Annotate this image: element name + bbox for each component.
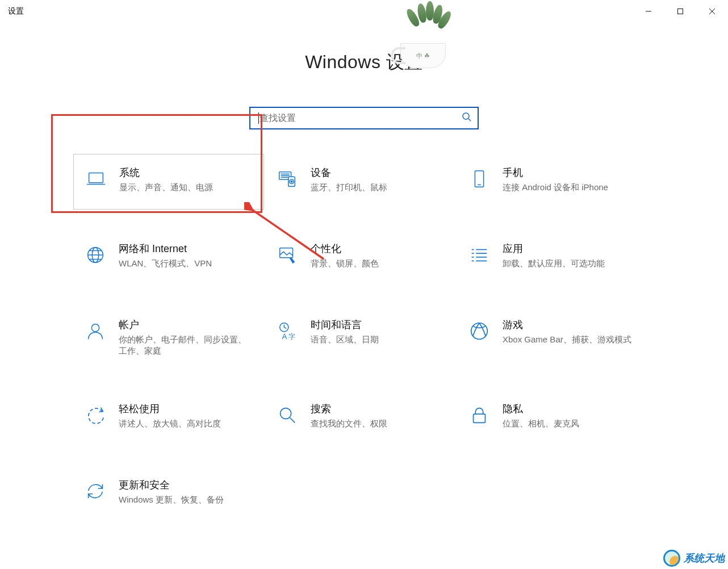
svg-point-37 [471, 323, 488, 340]
privacy-icon [467, 403, 491, 427]
tile-desc: 背景、锁屏、颜色 [311, 258, 379, 269]
tile-title: 隐私 [503, 403, 579, 416]
minimize-button[interactable] [633, 0, 664, 23]
tile-time-language[interactable]: A 字 时间和语言 语音、区域、日期 [272, 316, 456, 360]
search-circle-icon [275, 403, 299, 427]
tile-title: 网络和 Internet [119, 243, 212, 256]
phone-icon [467, 167, 491, 191]
tile-title: 游戏 [503, 319, 631, 332]
svg-rect-1 [678, 9, 683, 14]
tile-desc: 位置、相机、麦克风 [503, 418, 579, 429]
tile-title: 搜索 [311, 403, 387, 416]
svg-line-34 [284, 327, 286, 328]
tile-apps[interactable]: 应用 卸载、默认应用、可选功能 [464, 240, 648, 276]
close-icon [709, 8, 716, 15]
tile-title: 帐户 [119, 319, 249, 332]
tile-desc: 连接 Android 设备和 iPhone [503, 182, 608, 193]
tile-network[interactable]: 网络和 Internet WLAN、飞行模式、VPN [80, 240, 264, 276]
paint-icon [275, 243, 299, 267]
tile-title: 设备 [311, 167, 387, 179]
devices-icon [275, 167, 299, 191]
svg-text:字: 字 [288, 333, 295, 341]
apps-icon [467, 243, 491, 267]
tile-title: 个性化 [311, 243, 379, 256]
laptop-icon [84, 167, 108, 191]
watermark: 系统天地 [660, 547, 728, 569]
tile-title: 轻松使用 [119, 403, 221, 416]
tile-title: 应用 [503, 243, 605, 256]
svg-rect-6 [89, 173, 103, 183]
window-title: 设置 [8, 6, 24, 16]
tile-title: 更新和安全 [119, 479, 224, 492]
settings-grid: 系统 显示、声音、通知、电源 设备 蓝牙、打印机、鼠标 手机 连接 Androi… [80, 164, 648, 512]
window-controls [633, 0, 728, 23]
tile-search[interactable]: 搜索 查找我的文件、权限 [272, 400, 456, 436]
minimize-icon [645, 8, 652, 15]
svg-line-5 [468, 119, 471, 121]
maximize-icon [677, 8, 684, 15]
tile-accounts[interactable]: 帐户 你的帐户、电子邮件、同步设置、工作、家庭 [80, 316, 264, 360]
account-icon [83, 319, 107, 343]
tile-phone[interactable]: 手机 连接 Android 设备和 iPhone [464, 164, 648, 200]
time-language-icon: A 字 [275, 319, 299, 343]
tile-title: 时间和语言 [311, 319, 379, 332]
svg-rect-40 [474, 414, 486, 422]
update-icon [83, 479, 107, 503]
maximize-button[interactable] [664, 0, 696, 23]
tile-update-security[interactable]: 更新和安全 Windows 更新、恢复、备份 [80, 476, 264, 512]
gaming-icon [467, 319, 491, 343]
tile-desc: Windows 更新、恢复、备份 [119, 494, 224, 505]
tile-devices[interactable]: 设备 蓝牙、打印机、鼠标 [272, 164, 456, 200]
svg-text:A: A [282, 332, 287, 341]
tile-desc: 蓝牙、打印机、鼠标 [311, 182, 387, 193]
tile-desc: 讲述人、放大镜、高对比度 [119, 418, 221, 429]
search-box[interactable] [249, 107, 479, 129]
svg-point-31 [91, 324, 99, 332]
svg-point-38 [281, 408, 291, 419]
tile-title: 系统 [119, 167, 213, 179]
title-bar: 设置 [0, 0, 728, 23]
tile-desc: 卸载、默认应用、可选功能 [503, 258, 605, 269]
tile-gaming[interactable]: 游戏 Xbox Game Bar、捕获、游戏模式 [464, 316, 648, 360]
tile-desc: 语音、区域、日期 [311, 334, 379, 345]
search-wrap [0, 107, 728, 129]
search-input[interactable] [258, 112, 462, 124]
svg-point-14 [291, 181, 292, 182]
tile-title: 手机 [503, 167, 608, 179]
tile-ease-of-access[interactable]: 轻松使用 讲述人、放大镜、高对比度 [80, 400, 264, 436]
tile-desc: 你的帐户、电子邮件、同步设置、工作、家庭 [119, 334, 249, 357]
tile-privacy[interactable]: 隐私 位置、相机、麦克风 [464, 400, 648, 436]
globe-icon [83, 243, 107, 267]
tile-system[interactable]: 系统 显示、声音、通知、电源 [73, 154, 264, 210]
ease-of-access-icon [83, 403, 107, 427]
tile-personalization[interactable]: 个性化 背景、锁屏、颜色 [272, 240, 456, 276]
page-title: Windows 设置 [0, 50, 728, 75]
watermark-text: 系统天地 [684, 551, 725, 565]
tile-desc: 查找我的文件、权限 [311, 418, 387, 429]
svg-line-39 [290, 418, 295, 423]
search-icon [462, 112, 472, 124]
tile-desc: 显示、声音、通知、电源 [119, 182, 213, 193]
tile-desc: WLAN、飞行模式、VPN [119, 258, 212, 269]
svg-point-4 [463, 113, 469, 119]
watermark-globe-icon [663, 550, 680, 567]
text-caret [258, 112, 259, 124]
tile-desc: Xbox Game Bar、捕获、游戏模式 [503, 334, 631, 345]
close-button[interactable] [696, 0, 728, 23]
